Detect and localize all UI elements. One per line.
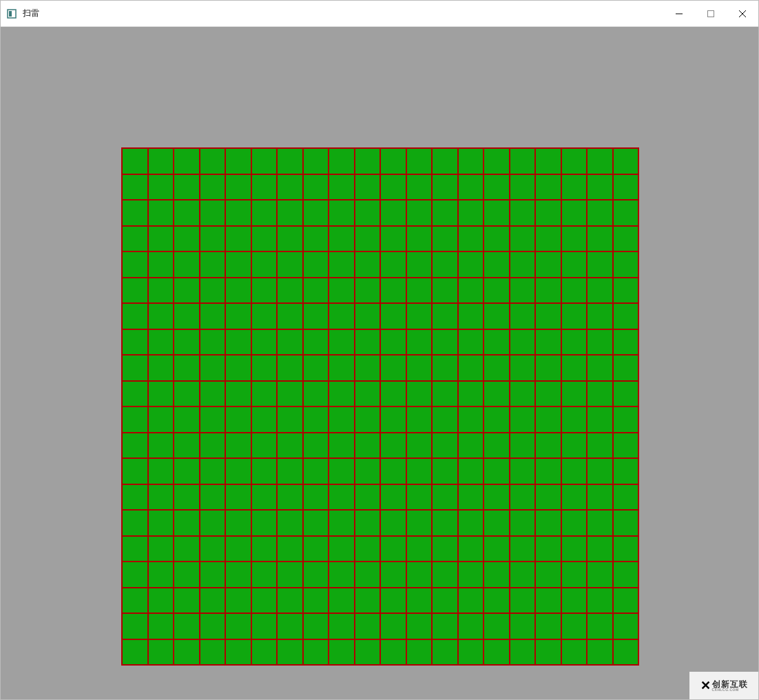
mine-cell[interactable] (200, 174, 226, 200)
mine-cell[interactable] (251, 484, 278, 511)
mine-cell[interactable] (484, 536, 510, 562)
mine-cell[interactable] (277, 303, 303, 329)
mine-cell[interactable] (303, 381, 329, 407)
mine-cell[interactable] (148, 458, 174, 484)
mine-cell[interactable] (200, 536, 226, 562)
mine-cell[interactable] (251, 303, 278, 329)
mine-cell[interactable] (613, 613, 639, 639)
mine-cell[interactable] (535, 406, 561, 433)
mine-cell[interactable] (329, 458, 355, 484)
mine-cell[interactable] (303, 278, 329, 304)
mine-cell[interactable] (613, 278, 639, 304)
mine-cell[interactable] (148, 536, 174, 562)
mine-cell[interactable] (251, 639, 278, 666)
mine-cell[interactable] (406, 148, 433, 174)
mine-cell[interactable] (303, 484, 329, 511)
mine-cell[interactable] (329, 433, 355, 459)
mine-cell[interactable] (355, 406, 381, 433)
mine-cell[interactable] (355, 329, 381, 356)
mine-cell[interactable] (225, 200, 251, 226)
mine-cell[interactable] (122, 406, 148, 433)
mine-cell[interactable] (122, 639, 148, 666)
mine-cell[interactable] (535, 639, 561, 666)
mine-cell[interactable] (329, 381, 355, 407)
mine-cell[interactable] (458, 329, 484, 356)
mine-cell[interactable] (174, 536, 200, 562)
mine-cell[interactable] (406, 510, 433, 536)
mine-cell[interactable] (380, 406, 406, 433)
mine-cell[interactable] (561, 458, 588, 484)
mine-cell[interactable] (380, 148, 406, 174)
mine-cell[interactable] (587, 251, 613, 278)
mine-cell[interactable] (380, 562, 406, 588)
mine-cell[interactable] (613, 484, 639, 511)
mine-cell[interactable] (458, 200, 484, 226)
mine-cell[interactable] (277, 639, 303, 666)
mine-cell[interactable] (355, 458, 381, 484)
mine-cell[interactable] (535, 200, 561, 226)
mine-cell[interactable] (535, 510, 561, 536)
mine-cell[interactable] (535, 329, 561, 356)
mine-cell[interactable] (200, 458, 226, 484)
mine-cell[interactable] (613, 355, 639, 381)
mine-cell[interactable] (380, 329, 406, 356)
mine-cell[interactable] (535, 536, 561, 562)
mine-cell[interactable] (200, 484, 226, 511)
mine-cell[interactable] (122, 226, 148, 252)
mine-cell[interactable] (329, 303, 355, 329)
mine-cell[interactable] (122, 588, 148, 614)
mine-cell[interactable] (587, 588, 613, 614)
mine-cell[interactable] (303, 355, 329, 381)
mine-cell[interactable] (200, 200, 226, 226)
mine-cell[interactable] (329, 406, 355, 433)
mine-cell[interactable] (535, 458, 561, 484)
mine-cell[interactable] (174, 226, 200, 252)
mine-cell[interactable] (484, 562, 510, 588)
mine-cell[interactable] (484, 174, 510, 200)
mine-cell[interactable] (277, 484, 303, 511)
mine-cell[interactable] (510, 174, 536, 200)
mine-cell[interactable] (329, 329, 355, 356)
mine-cell[interactable] (406, 381, 433, 407)
mine-cell[interactable] (432, 639, 458, 666)
mine-cell[interactable] (535, 174, 561, 200)
mine-cell[interactable] (225, 433, 251, 459)
mine-cell[interactable] (406, 536, 433, 562)
minimize-button[interactable] (663, 1, 695, 27)
mine-cell[interactable] (122, 381, 148, 407)
mine-cell[interactable] (303, 639, 329, 666)
mine-cell[interactable] (587, 381, 613, 407)
mine-cell[interactable] (303, 613, 329, 639)
mine-cell[interactable] (200, 406, 226, 433)
mine-cell[interactable] (510, 484, 536, 511)
mine-cell[interactable] (200, 251, 226, 278)
mine-cell[interactable] (174, 484, 200, 511)
mine-cell[interactable] (510, 278, 536, 304)
mine-cell[interactable] (484, 588, 510, 614)
mine-cell[interactable] (613, 329, 639, 356)
title-bar[interactable]: 扫雷 (1, 1, 758, 27)
mine-cell[interactable] (174, 278, 200, 304)
mine-cell[interactable] (484, 510, 510, 536)
mine-cell[interactable] (380, 226, 406, 252)
mine-cell[interactable] (380, 174, 406, 200)
mine-cell[interactable] (277, 406, 303, 433)
mine-cell[interactable] (561, 226, 588, 252)
mine-cell[interactable] (225, 613, 251, 639)
mine-cell[interactable] (122, 433, 148, 459)
mine-cell[interactable] (458, 458, 484, 484)
mine-cell[interactable] (613, 303, 639, 329)
mine-cell[interactable] (122, 510, 148, 536)
close-button[interactable] (727, 1, 758, 27)
mine-cell[interactable] (277, 433, 303, 459)
mine-cell[interactable] (122, 329, 148, 356)
mine-cell[interactable] (561, 381, 588, 407)
mine-cell[interactable] (148, 148, 174, 174)
mine-cell[interactable] (148, 433, 174, 459)
mine-cell[interactable] (561, 200, 588, 226)
mine-cell[interactable] (174, 458, 200, 484)
mine-cell[interactable] (587, 458, 613, 484)
mine-cell[interactable] (122, 484, 148, 511)
mine-cell[interactable] (458, 536, 484, 562)
mine-cell[interactable] (613, 510, 639, 536)
